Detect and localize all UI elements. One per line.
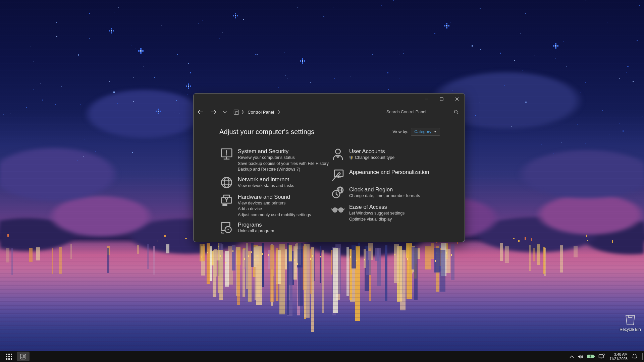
close-icon [455, 97, 459, 101]
taskbar-app-control-panel[interactable] [17, 352, 30, 361]
user-accounts-icon[interactable] [331, 147, 345, 162]
system-security-icon[interactable] [219, 147, 234, 162]
back-button[interactable] [198, 110, 203, 114]
navigation-bar: ❯ Control Panel ❯ [194, 104, 465, 120]
category-link[interactable]: Add a device [238, 206, 311, 212]
category-title[interactable]: Network and Internet [238, 176, 294, 183]
notifications-button[interactable] [631, 353, 638, 360]
category-link[interactable]: Uninstall a program [238, 228, 274, 234]
battery-charging-icon [587, 354, 595, 359]
ease-of-access-icon[interactable] [331, 203, 345, 217]
hardware-sound-icon[interactable] [219, 193, 234, 207]
category-link[interactable]: Save backup copies of your files with Fi… [238, 161, 329, 167]
view-by-label: View by: [392, 129, 408, 134]
category-item: Hardware and Sound View devices and prin… [219, 193, 331, 218]
taskbar: 3:48 AM 11/21/2025 [0, 351, 644, 362]
back-arrow-icon [198, 110, 203, 114]
display-icon [598, 354, 605, 359]
network-display-button[interactable] [598, 353, 606, 360]
category-title[interactable]: Programs [238, 221, 274, 228]
recycle-bin-icon[interactable] [624, 314, 637, 326]
forward-button[interactable] [211, 110, 216, 114]
search-input[interactable] [386, 110, 450, 114]
control-panel-app-icon [19, 353, 27, 360]
recycle-bin-shortcut[interactable]: Recycle Bin [620, 314, 641, 332]
start-icon [6, 354, 12, 360]
category-link[interactable]: Let Windows suggest settings [349, 210, 405, 217]
category-item: Appearance and Personalization [331, 168, 440, 183]
category-item: Programs Uninstall a program [219, 221, 331, 235]
search-icon[interactable] [454, 110, 459, 114]
recent-locations-button[interactable] [223, 111, 227, 113]
minimize-button[interactable] [418, 94, 434, 104]
show-desktop-button[interactable] [642, 353, 643, 360]
category-link[interactable]: Optimize visual display [349, 217, 405, 223]
uac-shield-icon [349, 156, 353, 160]
breadcrumb-control-panel[interactable]: Control Panel [248, 110, 274, 115]
control-panel-location-icon[interactable] [233, 109, 239, 115]
speaker-icon [578, 354, 583, 359]
category-link[interactable]: Backup and Restore (Windows 7) [238, 167, 329, 173]
control-panel-window: ❯ Control Panel ❯ Adjust your computer's… [193, 93, 465, 242]
category-item: Clock and Region Change date, time, or n… [331, 185, 440, 200]
clock-region-icon[interactable] [331, 185, 345, 200]
category-title[interactable]: Hardware and Sound [238, 193, 311, 200]
category-item: Ease of Access Let Windows suggest setti… [331, 203, 440, 222]
maximize-button[interactable] [434, 94, 449, 104]
uac-shield-icon [349, 156, 353, 160]
maximize-icon [440, 97, 443, 101]
appearance-icon[interactable] [331, 168, 345, 182]
minimize-icon [424, 97, 428, 101]
search-box [386, 110, 459, 114]
category-title[interactable]: Ease of Access [349, 203, 405, 210]
forward-arrow-icon [211, 110, 216, 114]
chevron-down-icon [223, 111, 227, 113]
view-by-value: Category [414, 129, 431, 134]
clock-date: 11/21/2025 [609, 357, 628, 361]
chevron-up-icon [570, 355, 574, 358]
dropdown-caret-icon: ▼ [434, 130, 437, 133]
volume-button[interactable] [577, 354, 584, 360]
recycle-bin-label: Recycle Bin [620, 327, 641, 332]
bell-icon [632, 354, 637, 359]
category-link[interactable]: Adjust commonly used mobility settings [238, 212, 311, 218]
tray-expand-button[interactable] [569, 355, 575, 359]
category-title[interactable]: System and Security [238, 147, 329, 155]
network-internet-icon[interactable] [219, 175, 234, 190]
category-link[interactable]: View network status and tasks [238, 183, 294, 189]
window-content: Adjust your computer's settings View by:… [194, 120, 465, 238]
category-title[interactable]: Clock and Region [349, 186, 420, 193]
category-title[interactable]: Appearance and Personalization [349, 168, 429, 176]
category-link[interactable]: Change date, time, or number formats [349, 193, 420, 199]
start-button[interactable] [3, 352, 15, 361]
category-item: Network and Internet View network status… [219, 175, 331, 190]
battery-button[interactable] [586, 354, 595, 359]
programs-icon[interactable] [219, 221, 234, 235]
breadcrumb-separator: ❯ [241, 110, 244, 114]
category-item: System and Security Review your computer… [219, 147, 331, 173]
category-link[interactable]: Change account type [349, 155, 394, 161]
category-link[interactable]: View devices and printers [238, 200, 311, 206]
view-by-dropdown[interactable]: Category ▼ [411, 128, 440, 136]
category-item: User Accounts Change account type [331, 147, 440, 162]
breadcrumb-separator: ❯ [277, 110, 280, 114]
category-title[interactable]: User Accounts [349, 147, 394, 155]
categories-right-column: User Accounts Change account type Appear… [331, 147, 440, 238]
clock-time: 3:48 AM [609, 352, 628, 357]
window-titlebar [194, 94, 465, 104]
categories-left-column: System and Security Review your computer… [219, 147, 331, 238]
close-button[interactable] [449, 94, 465, 104]
page-title: Adjust your computer's settings [219, 128, 314, 136]
taskbar-clock[interactable]: 3:48 AM 11/21/2025 [608, 352, 629, 361]
category-link[interactable]: Review your computer's status [238, 155, 329, 161]
